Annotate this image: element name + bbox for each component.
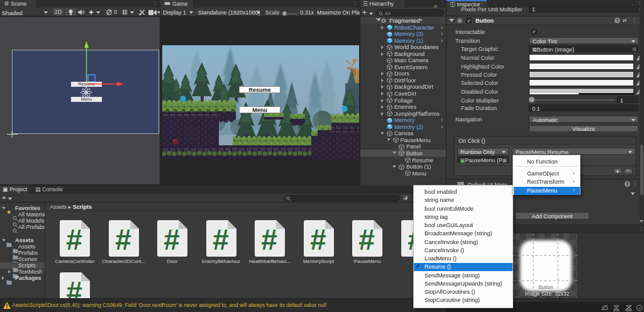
svg-text:#: # (66, 276, 82, 298)
svg-text:#: # (213, 223, 229, 256)
svg-text:#: # (115, 223, 131, 256)
svg-text:#: # (358, 223, 375, 256)
svg-text:#: # (66, 223, 82, 256)
svg-text:#: # (164, 223, 180, 256)
svg-text:#: # (310, 223, 326, 256)
svg-text:#: # (261, 223, 277, 256)
